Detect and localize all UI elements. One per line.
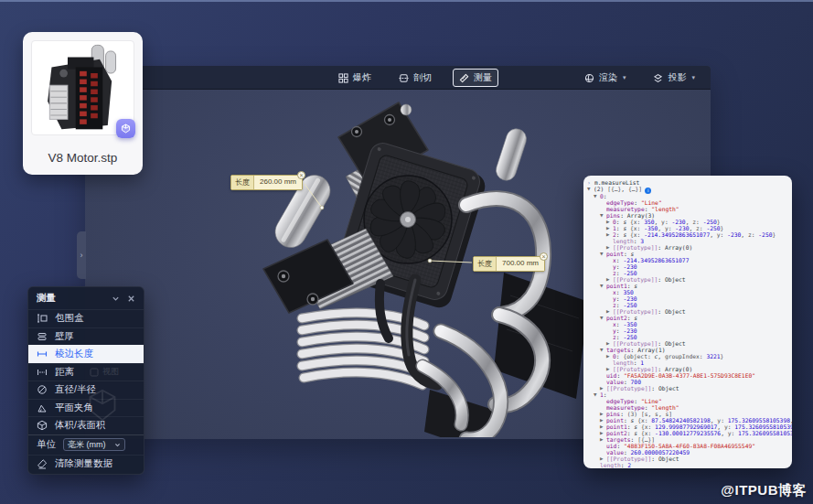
- measurement-tag-700: 长度 700.00 mm ×: [473, 256, 545, 272]
- tree-toggle-icon[interactable]: ▶: [600, 412, 606, 418]
- measure-item-edge-length[interactable]: 棱边长度: [28, 345, 144, 363]
- tree-toggle-icon[interactable]: ▶: [600, 424, 606, 431]
- measure-item-list: 包围盒壁厚棱边长度距离直径/半径平面夹角体积/表面积: [28, 309, 144, 434]
- console-line: uid: "FA5A2D9E-0A3B-4377-A8E1-575D93C8E1…: [583, 373, 792, 380]
- tree-toggle-icon[interactable]: ▶: [606, 354, 613, 360]
- tree-indent: [600, 200, 606, 207]
- distance-icon: [37, 367, 48, 378]
- tree-indent: [606, 264, 613, 271]
- render-button[interactable]: 渲染 ▾: [578, 69, 633, 87]
- tree-indent: [600, 373, 606, 380]
- measurement-tag-value: 700.00 mm: [497, 257, 544, 271]
- tree-toggle-icon[interactable]: ▼: [600, 213, 606, 220]
- tree-indent: [606, 258, 613, 264]
- clear-measurements-label: 清除测量数据: [55, 457, 112, 470]
- tree-toggle-icon[interactable]: ▶: [606, 220, 613, 226]
- chevron-down-icon: ▾: [623, 74, 626, 81]
- unit-select[interactable]: 毫米 (mm): [63, 438, 125, 451]
- close-measurement-icon[interactable]: ×: [540, 252, 548, 261]
- measure-item-label: 距离: [55, 366, 74, 379]
- measure-item-volume-area[interactable]: 体积/表面积: [28, 416, 144, 434]
- tree-toggle-icon[interactable]: ▶: [600, 431, 606, 437]
- tree-indent: [600, 444, 606, 450]
- close-icon[interactable]: [127, 295, 135, 303]
- tree-toggle-icon[interactable]: ▼: [594, 194, 600, 200]
- close-measurement-icon[interactable]: ×: [297, 171, 305, 179]
- tree-indent: [606, 335, 613, 341]
- unit-row: 单位 毫米 (mm): [28, 434, 144, 455]
- console-line: ▼pins: Array(3): [583, 213, 792, 220]
- explode-button[interactable]: 爆炸: [332, 69, 378, 87]
- console-line: z: -250: [583, 303, 792, 309]
- console-line: z: -250: [583, 335, 792, 341]
- explode-icon: [338, 73, 348, 83]
- tree-indent: [606, 271, 613, 277]
- projection-label: 投影: [668, 71, 686, 84]
- tree-indent: [606, 328, 613, 335]
- tree-indent: [606, 322, 613, 328]
- console-line: ▶[[Prototype]]: Object: [583, 386, 792, 392]
- measure-item-distance[interactable]: 距离: [28, 363, 144, 381]
- measure-button[interactable]: 测量: [453, 69, 498, 87]
- console-output: ▼(2) [{…}, {…}]i▼0: edgeType: "Line" mea…: [583, 187, 792, 469]
- section-button[interactable]: 剖切: [392, 69, 438, 87]
- console-line: ▶[[Prototype]]: Array(0): [583, 367, 792, 373]
- render-icon: [584, 73, 594, 83]
- projection-button[interactable]: 投影 ▾: [647, 69, 701, 87]
- tree-toggle-icon[interactable]: ▼: [594, 392, 600, 399]
- console-line: length: 2: [583, 463, 792, 469]
- console-line: ▶1: s {x: -350, y: -230, z: -250}: [583, 226, 792, 232]
- tree-toggle-icon[interactable]: ▶: [606, 232, 613, 239]
- measure-item-label: 壁厚: [55, 330, 74, 343]
- console-line: ▼point: s: [583, 252, 792, 258]
- console-line: y: -230: [583, 328, 792, 335]
- stp-file-badge-icon: [116, 119, 135, 138]
- measure-panel-header: 测量: [28, 287, 144, 309]
- unit-label: 单位: [37, 438, 56, 451]
- tree-toggle-icon[interactable]: ▼: [600, 284, 606, 290]
- console-line: measuretype: "length": [583, 405, 792, 412]
- collapse-icon[interactable]: [112, 295, 120, 303]
- measure-item-diameter-radius[interactable]: 直径/半径: [28, 381, 144, 399]
- tree-toggle-icon[interactable]: ▼: [587, 187, 594, 193]
- tree-indent: [606, 303, 613, 309]
- console-line: ▶[[Prototype]]: Array(0): [583, 245, 792, 252]
- measure-item-wall-thickness[interactable]: 壁厚: [28, 327, 144, 346]
- tree-toggle-icon[interactable]: ▶: [606, 226, 613, 232]
- console-line: ▶point1: s {x: 129.99987792969017, y: 17…: [583, 424, 792, 431]
- measurement-tag-260: 长度 260.00 mm ×: [230, 175, 303, 190]
- console-line: length: 3: [583, 239, 792, 245]
- chevron-right-icon: ›: [80, 251, 83, 260]
- console-line: ▶0: {object: c, groupIndex: 3221}: [583, 354, 792, 360]
- console-line: ▼point2: s: [583, 316, 792, 322]
- console-line: z: -250: [583, 271, 792, 277]
- chevron-down-icon: [114, 442, 121, 448]
- explode-label: 爆炸: [353, 71, 371, 84]
- edge-length-icon: [37, 349, 48, 359]
- measure-item-label: 包围盒: [55, 312, 84, 325]
- section-icon: [399, 73, 409, 83]
- measure-item-plane-angle[interactable]: 平面夹角: [28, 399, 144, 417]
- collapse-panel-handle[interactable]: ›: [77, 231, 86, 279]
- watermark: @ITPUB博客: [721, 482, 807, 499]
- console-line: ▶2: s {x: -214.34952863651077, y: -230, …: [583, 232, 792, 239]
- devtools-console: ›m.measureList ▼(2) [{…}, {…}]i▼0: edgeT…: [583, 176, 792, 468]
- projection-icon: [653, 73, 663, 83]
- tree-indent: [606, 239, 613, 245]
- console-line: edgeType: "Line": [583, 200, 792, 207]
- file-card[interactable]: V8 Motor.stp: [23, 32, 143, 175]
- tree-indent: [600, 207, 606, 213]
- measure-item-bounding-box[interactable]: 包围盒: [28, 309, 144, 327]
- clear-measurements-button[interactable]: 清除测量数据: [28, 455, 144, 473]
- tree-toggle-icon[interactable]: ▼: [600, 348, 606, 354]
- tree-toggle-icon[interactable]: ▶: [600, 418, 606, 424]
- console-line: x: -214.34952863651077: [583, 258, 792, 264]
- tree-toggle-icon[interactable]: ▼: [600, 316, 606, 322]
- measure-panel: 测量 包围盒壁厚棱边长度距离直径/半径平面夹角体积/表面积 单位 毫米 (mm)…: [27, 286, 144, 475]
- measurement-tag-value: 260.00 mm: [254, 176, 302, 189]
- measure-item-label: 棱边长度: [55, 348, 93, 360]
- console-line: ▶[[Prototype]]: Object: [583, 341, 792, 348]
- console-line: ▶[[Prototype]]: Object: [583, 456, 792, 463]
- tree-toggle-icon[interactable]: ▶: [600, 437, 606, 444]
- tree-toggle-icon[interactable]: ▼: [600, 252, 606, 258]
